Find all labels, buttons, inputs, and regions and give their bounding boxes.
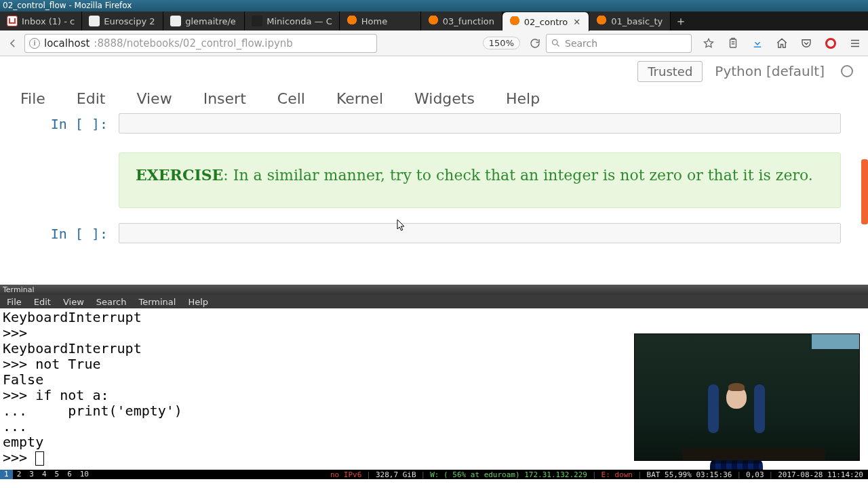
tab-inbox[interactable]: Inbox (1) - c [0,12,82,30]
term-menu-file[interactable]: File [7,297,22,307]
term-menu-help[interactable]: Help [188,297,208,307]
notebook-body: In [ ]: EXERCISE: In a similar manner, t… [0,110,868,243]
term-menu-search[interactable]: Search [96,297,127,307]
exercise-text: : In a similar manner, try to check that… [223,167,812,184]
status-battery: BAT 55,99% 03:15:36 [645,470,734,479]
workspace-button[interactable]: 3 [25,470,38,479]
status-right: no IPv6| 328,7 GiB| W: ( 56% at eduroam)… [328,470,868,479]
pocket-icon[interactable] [799,36,814,51]
jupyter-notebook: Trusted Python [default] File Edit View … [0,56,868,285]
tab-label: 02_contro [524,17,568,27]
term-line: KeyboardInterrupt [3,340,142,357]
opera-icon[interactable] [823,36,838,51]
exercise-label: EXERCISE [136,166,223,184]
term-line: >>> if not a: [3,387,109,403]
terminal-icon [252,16,262,26]
search-icon [551,38,561,48]
term-line: >>> [3,325,35,341]
search-placeholder: Search [565,38,597,49]
tab-euroscipy[interactable]: Euroscipy 2 [82,12,163,30]
kernel-status-icon[interactable] [841,65,853,77]
term-line: >>> [3,449,35,466]
menu-edit[interactable]: Edit [77,90,106,107]
tab-03-functions[interactable]: 03_function [421,12,502,30]
cell-prompt: In [ ]: [27,223,119,243]
tab-01-basic-types[interactable]: 01_basic_ty [589,12,671,30]
code-cell[interactable]: In [ ]: [27,223,841,243]
workspace-button[interactable]: 1 [0,470,13,479]
terminal-title: Terminal [0,285,868,295]
status-ipv6: no IPv6 [328,470,363,479]
cell-input[interactable] [119,223,841,243]
tab-label: 03_function [443,16,495,26]
gmail-icon [7,16,18,26]
scroll-indicator[interactable] [861,159,868,224]
workspace-button[interactable]: 4 [38,470,51,479]
term-menu-terminal[interactable]: Terminal [138,297,176,307]
menu-view[interactable]: View [136,90,172,107]
close-tab-icon[interactable]: ✕ [572,17,582,27]
status-load: 0,03 [744,470,766,479]
trusted-badge[interactable]: Trusted [637,61,703,82]
site-info-icon[interactable]: i [29,38,40,49]
tab-label: Home [361,16,414,26]
home-icon[interactable] [774,36,789,51]
menu-icon[interactable] [848,36,863,51]
status-wifi: W: ( 56% at eduroam) 172.31.132.229 [428,470,589,479]
jupyter-icon [509,16,520,27]
cell-input[interactable] [119,113,841,134]
status-eth: E: down [599,470,635,479]
term-line: KeyboardInterrupt [3,309,142,325]
term-line: False [3,371,43,388]
term-menu-view[interactable]: View [63,297,84,307]
tab-home[interactable]: Home [340,12,421,30]
term-line: ... print('empty') [3,403,182,419]
markdown-cell[interactable]: EXERCISE: In a similar manner, try to ch… [27,152,841,208]
code-cell[interactable]: In [ ]: [27,113,841,134]
reload-button[interactable] [528,37,542,50]
tab-label: 01_basic_ty [611,16,663,26]
i3-statusbar: 1 2 3 4 5 6 10 no IPv6| 328,7 GiB| W: ( … [0,470,868,479]
webcam-overlay [635,334,859,460]
menu-insert[interactable]: Insert [203,90,246,107]
exercise-box: EXERCISE: In a similar manner, try to ch… [119,152,841,208]
tab-label: Euroscipy 2 [104,16,156,26]
browser-tabstrip: Inbox (1) - c Euroscipy 2 glemaitre/e Mi… [0,12,868,30]
term-line: empty [3,434,43,450]
workspace-button[interactable]: 6 [63,470,76,479]
tab-02-control-flow[interactable]: 02_contro ✕ [502,12,589,31]
url-host: localhost [44,37,90,49]
browser-toolbar: i localhost:8888/notebooks/02_control_fl… [0,30,868,56]
workspace-button[interactable]: 5 [51,470,64,479]
tab-glemaitre[interactable]: glemaitre/e [163,12,245,30]
term-menu-edit[interactable]: Edit [34,297,51,307]
zoom-indicator[interactable]: 150% [483,37,520,49]
jupyter-menu: File Edit View Insert Cell Kernel Widget… [0,86,868,110]
jupyter-icon [347,16,357,26]
kernel-name[interactable]: Python [default] [715,63,825,79]
menu-file[interactable]: File [20,90,45,107]
menu-help[interactable]: Help [506,90,540,107]
workspace-button[interactable]: 2 [13,470,26,479]
new-tab-button[interactable]: ＋ [671,12,691,30]
bookmark-star-icon[interactable] [701,36,716,51]
github-icon [170,16,181,26]
search-bar[interactable]: Search [546,34,692,53]
tab-label: glemaitre/e [185,16,237,26]
url-path: :8888/notebooks/02_control_flow.ipynb [94,37,292,49]
downloads-icon[interactable] [750,36,765,51]
menu-cell[interactable]: Cell [277,90,305,107]
clipboard-icon[interactable] [726,36,741,51]
terminal-cursor [35,451,44,466]
url-bar[interactable]: i localhost:8888/notebooks/02_control_fl… [24,34,377,53]
back-button[interactable] [5,36,20,51]
term-line: ... [3,418,35,434]
terminal-menu: File Edit View Search Terminal Help [0,295,868,308]
menu-kernel[interactable]: Kernel [336,90,383,107]
workspace-button[interactable]: 10 [76,470,93,479]
svg-point-0 [553,40,558,45]
terminal-body[interactable]: KeyboardInterrupt >>> KeyboardInterrupt … [0,308,868,470]
menu-widgets[interactable]: Widgets [414,90,475,107]
tab-miniconda[interactable]: Miniconda — C [245,12,340,30]
window-title: 02_control_flow - Mozilla Firefox [0,0,868,12]
